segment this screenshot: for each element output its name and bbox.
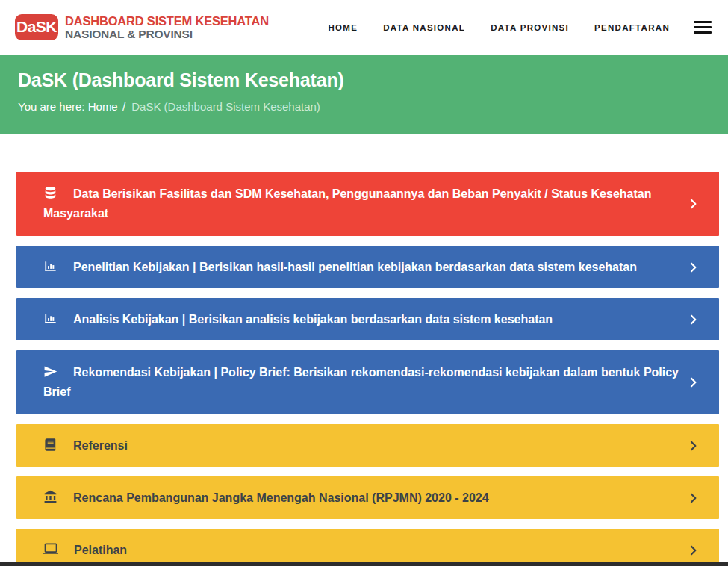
content-area: Data Berisikan Fasilitas dan SDM Kesehat… <box>0 134 728 566</box>
site-logo[interactable]: DaSK DASHBOARD SISTEM KESEHATAN NASIONAL… <box>15 14 269 41</box>
accordion-item-rekomendasi-kebijakan[interactable]: Rekomendasi Kebijakan | Policy Brief: Be… <box>16 350 719 414</box>
bar-chart-icon <box>43 259 57 273</box>
page-banner: DaSK (Dashboard Sistem Kesehatan) You ar… <box>0 55 728 134</box>
nav-item-pendaftaran[interactable]: PENDAFTARAN <box>594 23 670 32</box>
accordion-item-label: Rencana Pembangunan Jangka Menengah Nasi… <box>73 491 489 504</box>
accordion-list: Data Berisikan Fasilitas dan SDM Kesehat… <box>16 172 719 566</box>
accordion-item-label: Referensi <box>73 439 128 452</box>
logo-badge: DaSK <box>15 14 58 40</box>
breadcrumb-current: DaSK (Dashboard Sistem Kesehatan) <box>131 100 320 113</box>
site-header: DaSK DASHBOARD SISTEM KESEHATAN NASIONAL… <box>0 0 728 55</box>
hamburger-icon[interactable] <box>694 21 712 34</box>
chevron-right-icon <box>687 439 700 452</box>
bank-icon <box>43 490 57 504</box>
accordion-item-pelatihan[interactable]: Pelatihan <box>16 529 719 566</box>
accordion-item-analisis-kebijakan[interactable]: Analisis Kebijakan | Berisikan analisis … <box>16 298 719 340</box>
page-title: DaSK (Dashboard Sistem Kesehatan) <box>18 69 710 91</box>
chevron-right-icon <box>687 261 700 273</box>
chevron-right-icon <box>687 198 700 211</box>
accordion-item-label: Analisis Kebijakan | Berisikan analisis … <box>73 313 553 326</box>
accordion-item-penelitian-kebijakan[interactable]: Penelitian Kebijakan | Berisikan hasil-h… <box>16 246 719 288</box>
chevron-right-icon <box>687 544 700 556</box>
logo-subtitle: NASIONAL & PROVINSI <box>65 28 269 40</box>
breadcrumb-prefix: You are here: <box>18 100 85 113</box>
breadcrumb: You are here: Home / DaSK (Dashboard Sis… <box>18 99 710 114</box>
nav-item-home[interactable]: HOME <box>328 23 358 32</box>
logo-title: DASHBOARD SISTEM KESEHATAN <box>65 14 269 28</box>
database-icon <box>43 186 57 200</box>
accordion-item-label: Rekomendasi Kebijakan | Policy Brief: Be… <box>43 366 679 398</box>
breadcrumb-home-link[interactable]: Home <box>88 100 118 113</box>
book-icon <box>43 438 57 452</box>
accordion-item-label: Pelatihan <box>74 544 127 556</box>
page: DaSK DASHBOARD SISTEM KESEHATAN NASIONAL… <box>0 0 728 566</box>
footer-strip <box>0 562 728 566</box>
accordion-item-data-fasilitas[interactable]: Data Berisikan Fasilitas dan SDM Kesehat… <box>16 172 719 236</box>
laptop-icon <box>43 541 58 556</box>
accordion-item-rpjmn[interactable]: Rencana Pembangunan Jangka Menengah Nasi… <box>16 476 719 519</box>
accordion-item-label: Penelitian Kebijakan | Berisikan hasil-h… <box>73 261 637 273</box>
nav-item-data-provinsi[interactable]: DATA PROVINSI <box>491 23 569 32</box>
chevron-right-icon <box>687 313 700 326</box>
nav-item-data-nasional[interactable]: DATA NASIONAL <box>383 23 465 32</box>
chevron-right-icon <box>687 376 700 389</box>
chevron-right-icon <box>687 491 700 504</box>
breadcrumb-separator: / <box>122 100 125 113</box>
accordion-item-label: Data Berisikan Fasilitas dan SDM Kesehat… <box>43 187 651 220</box>
bar-chart-icon <box>43 311 57 326</box>
main-nav: HOME DATA NASIONAL DATA PROVINSI PENDAFT… <box>302 21 712 34</box>
paper-plane-icon <box>43 364 57 379</box>
accordion-item-referensi[interactable]: Referensi <box>16 424 719 467</box>
